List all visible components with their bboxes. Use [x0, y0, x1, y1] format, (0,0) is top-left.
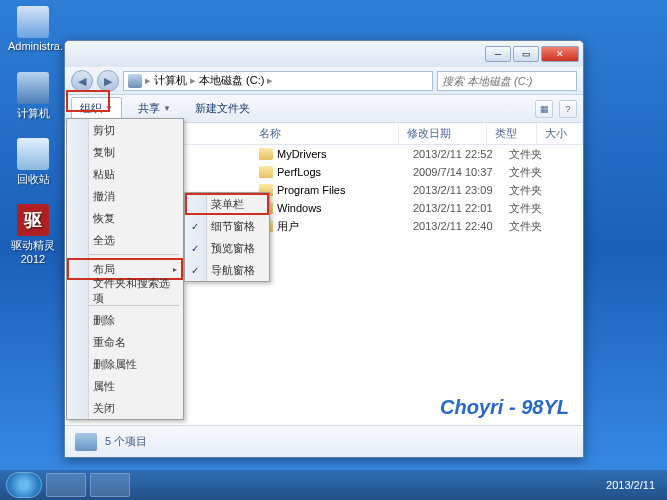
file-row[interactable]: PerfLogs2009/7/14 10:37文件夹 — [251, 163, 583, 181]
file-date: 2013/2/11 22:52 — [413, 148, 509, 160]
watermark: Choyri - 98YL — [440, 396, 569, 419]
submenu-menubar[interactable]: 菜单栏 — [185, 193, 269, 215]
column-date[interactable]: 修改日期 — [399, 123, 486, 144]
menu-undo[interactable]: 撤消 — [67, 185, 183, 207]
chevron-down-icon: ▼ — [105, 104, 113, 113]
chevron-right-icon: ▸ — [190, 74, 196, 87]
file-name: Windows — [277, 202, 413, 214]
search-box[interactable] — [437, 71, 577, 91]
drive-icon — [128, 74, 142, 88]
folder-icon — [259, 148, 273, 160]
submenu-preview-pane[interactable]: ✓预览窗格 — [185, 237, 269, 259]
chevron-right-icon: ▸ — [267, 74, 273, 87]
breadcrumb-item[interactable]: 计算机 — [154, 73, 187, 88]
back-button[interactable]: ◀ — [71, 70, 93, 92]
menu-folder-options[interactable]: 文件夹和搜索选项 — [67, 280, 183, 302]
desktop-label: 回收站 — [8, 172, 58, 187]
menu-copy[interactable]: 复制 — [67, 141, 183, 163]
menu-selectall[interactable]: 全选 — [67, 229, 183, 251]
file-type: 文件夹 — [509, 219, 563, 234]
minimize-button[interactable]: ─ — [485, 46, 511, 62]
organize-button[interactable]: 组织▼ — [71, 97, 122, 120]
maximize-button[interactable]: ▭ — [513, 46, 539, 62]
status-bar: 5 个项目 — [65, 425, 583, 457]
file-row[interactable]: MyDrivers2013/2/11 22:52文件夹 — [251, 145, 583, 163]
file-type: 文件夹 — [509, 165, 563, 180]
file-type: 文件夹 — [509, 147, 563, 162]
drive-icon — [75, 433, 97, 451]
file-row[interactable]: Windows2013/2/11 22:01文件夹 — [251, 199, 583, 217]
file-name: Program Files — [277, 184, 413, 196]
menu-close[interactable]: 关闭 — [67, 397, 183, 419]
forward-button[interactable]: ▶ — [97, 70, 119, 92]
check-icon: ✓ — [191, 265, 199, 276]
titlebar: ─ ▭ ✕ — [65, 41, 583, 67]
file-date: 2013/2/11 22:01 — [413, 202, 509, 214]
share-button[interactable]: 共享▼ — [130, 98, 179, 119]
menu-remove-props[interactable]: 删除属性 — [67, 353, 183, 375]
check-icon: ✓ — [191, 243, 199, 254]
desktop-label: 驱动精灵 2012 — [8, 238, 58, 265]
layout-submenu: 菜单栏 ✓细节窗格 ✓预览窗格 ✓导航窗格 — [184, 192, 270, 282]
desktop-icon-driver[interactable]: 驱驱动精灵 2012 — [8, 204, 58, 265]
file-row[interactable]: 用户2013/2/11 22:40文件夹 — [251, 217, 583, 235]
file-name: PerfLogs — [277, 166, 413, 178]
taskbar-item-ie[interactable] — [46, 473, 86, 497]
newfolder-button[interactable]: 新建文件夹 — [187, 98, 258, 119]
breadcrumb-item[interactable]: 本地磁盘 (C:) — [199, 73, 264, 88]
close-button[interactable]: ✕ — [541, 46, 579, 62]
menu-delete[interactable]: 删除 — [67, 309, 183, 331]
system-tray[interactable]: 2013/2/11 — [606, 479, 661, 491]
menu-paste[interactable]: 粘贴 — [67, 163, 183, 185]
submenu-nav-pane[interactable]: ✓导航窗格 — [185, 259, 269, 281]
search-input[interactable] — [442, 75, 572, 87]
submenu-details-pane[interactable]: ✓细节窗格 — [185, 215, 269, 237]
status-text: 5 个项目 — [105, 434, 147, 449]
menu-redo[interactable]: 恢复 — [67, 207, 183, 229]
column-type[interactable]: 类型 — [487, 123, 537, 144]
file-date: 2013/2/11 23:09 — [413, 184, 509, 196]
desktop-icon-admin[interactable]: Administra... — [8, 6, 58, 52]
menu-properties[interactable]: 属性 — [67, 375, 183, 397]
file-date: 2009/7/14 10:37 — [413, 166, 509, 178]
desktop-icon-computer[interactable]: 计算机 — [8, 72, 58, 121]
chevron-right-icon: ▸ — [145, 74, 151, 87]
folder-icon — [259, 166, 273, 178]
taskbar-item-explorer[interactable] — [90, 473, 130, 497]
file-row[interactable]: Program Files2013/2/11 23:09文件夹 — [251, 181, 583, 199]
file-type: 文件夹 — [509, 201, 563, 216]
tray-date: 2013/2/11 — [606, 479, 655, 491]
organize-menu: 剪切 复制 粘贴 撤消 恢复 全选 布局▸ 文件夹和搜索选项 删除 重命名 删除… — [66, 118, 184, 420]
file-name: MyDrivers — [277, 148, 413, 160]
start-button[interactable] — [6, 472, 42, 498]
check-icon: ✓ — [191, 221, 199, 232]
desktop-icon-recycle[interactable]: 回收站 — [8, 138, 58, 187]
chevron-right-icon: ▸ — [173, 265, 177, 274]
chevron-down-icon: ▼ — [163, 104, 171, 113]
file-name: 用户 — [277, 219, 413, 234]
address-bar: ◀ ▶ ▸ 计算机 ▸ 本地磁盘 (C:) ▸ — [65, 67, 583, 95]
taskbar: 2013/2/11 — [0, 470, 667, 500]
breadcrumb[interactable]: ▸ 计算机 ▸ 本地磁盘 (C:) ▸ — [123, 71, 433, 91]
menu-rename[interactable]: 重命名 — [67, 331, 183, 353]
column-size[interactable]: 大小 — [537, 123, 583, 144]
column-name[interactable]: 名称 — [251, 123, 399, 144]
menu-cut[interactable]: 剪切 — [67, 119, 183, 141]
desktop-label: Administra... — [8, 40, 58, 52]
file-type: 文件夹 — [509, 183, 563, 198]
desktop-label: 计算机 — [8, 106, 58, 121]
view-button[interactable]: ▦ — [535, 100, 553, 118]
help-button[interactable]: ? — [559, 100, 577, 118]
file-date: 2013/2/11 22:40 — [413, 220, 509, 232]
